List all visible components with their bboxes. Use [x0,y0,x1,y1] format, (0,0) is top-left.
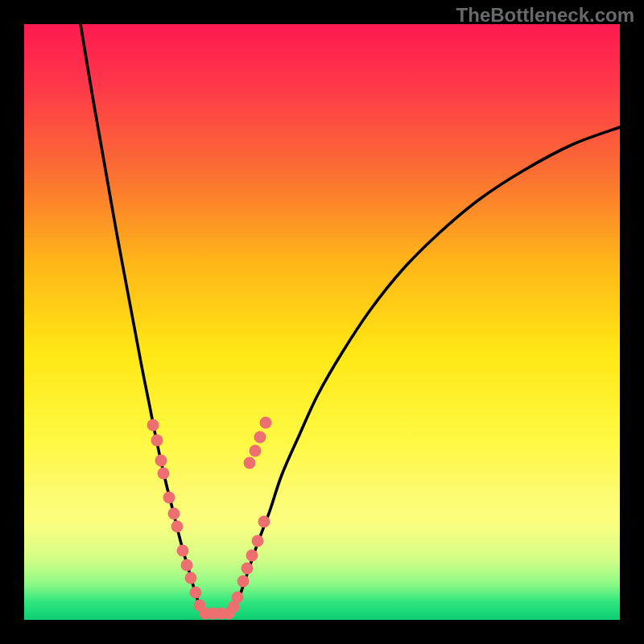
data-marker [232,592,244,604]
data-marker [185,572,197,584]
data-marker [250,445,262,457]
data-marker [177,545,189,557]
data-marker [158,468,170,480]
data-marker [147,419,159,431]
data-marker [151,435,163,447]
chart-plot-area [24,24,620,620]
data-marker [181,559,193,572]
curve-right-branch [232,127,620,613]
data-marker [171,521,184,533]
data-marker [254,431,266,444]
data-marker [155,455,167,467]
data-markers-group [147,417,272,620]
chart-svg [24,24,620,620]
data-marker [244,457,256,469]
data-marker [242,563,254,575]
data-marker [246,550,258,562]
data-marker [190,587,202,599]
data-marker [258,516,270,528]
curve-left-branch [80,24,203,613]
data-marker [237,576,250,588]
watermark-text: TheBottleneck.com [456,4,634,27]
data-marker [260,417,272,429]
data-marker [252,535,264,547]
data-marker [163,492,175,504]
data-marker [168,508,180,520]
